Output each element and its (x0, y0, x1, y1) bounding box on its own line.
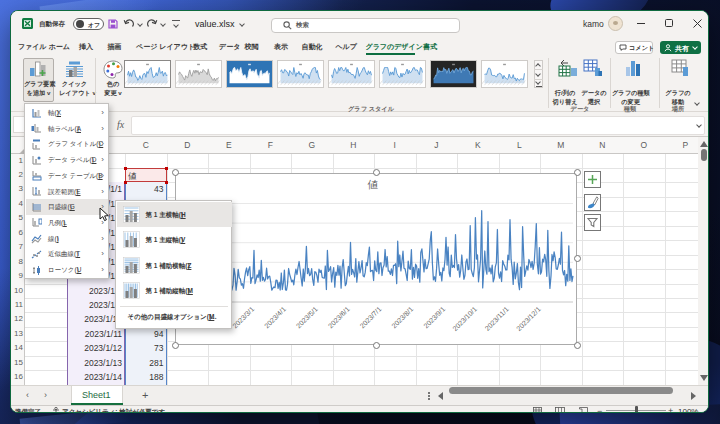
svg-text:2023/6/1: 2023/6/1 (327, 305, 351, 329)
svg-text:2023/12/1: 2023/12/1 (515, 305, 542, 332)
svg-text:2023/5/1: 2023/5/1 (295, 305, 319, 329)
svg-text:2023/11/1: 2023/11/1 (483, 305, 510, 332)
svg-text:2023/4/1: 2023/4/1 (263, 305, 287, 329)
svg-text:2023/3/1: 2023/3/1 (231, 305, 255, 329)
svg-text:2023/9/1: 2023/9/1 (422, 305, 446, 329)
svg-text:2023/8/1: 2023/8/1 (390, 305, 414, 329)
svg-text:値: 値 (367, 177, 379, 189)
svg-text:2023/7/1: 2023/7/1 (358, 305, 382, 329)
svg-text:2023/10/1: 2023/10/1 (451, 305, 478, 332)
